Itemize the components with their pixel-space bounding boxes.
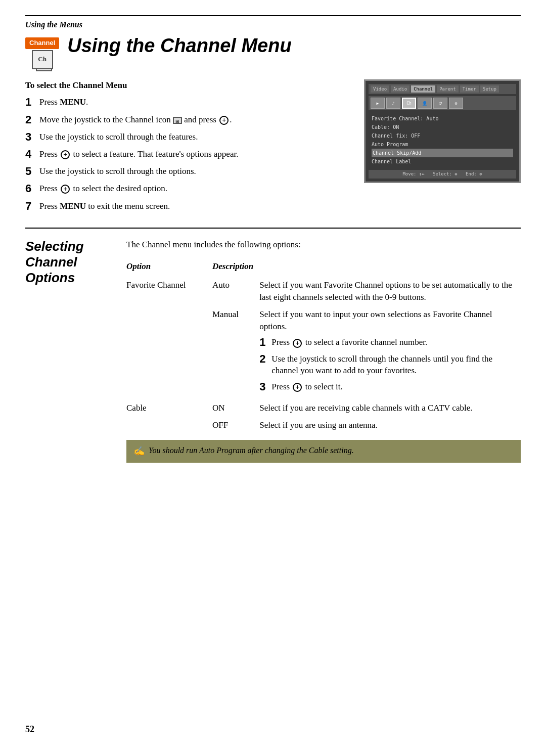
step-5: 5 Use the joystick to scroll through the… <box>25 165 349 177</box>
circle-btn-sub1 <box>293 339 302 348</box>
tv-icon-parent: 👤 <box>418 98 432 109</box>
tv-menu-items: Favorite Channel: Auto Cable: ON Channel… <box>369 112 516 168</box>
step-num-2: 2 <box>25 114 39 126</box>
step-num-6: 6 <box>25 183 39 195</box>
subsection-title: To select the Channel Menu <box>25 79 349 92</box>
step-num-4: 4 <box>25 148 39 160</box>
tv-item-1: Favorite Channel: Auto <box>372 116 438 121</box>
page-title: Using the Channel Menu <box>67 35 291 57</box>
desc-cable-off: Select if you are using an antenna. <box>259 417 521 434</box>
top-rule <box>25 15 521 16</box>
tv-screen-mock: Video Audio Channel Parent Timer Setup ▶… <box>364 79 521 183</box>
tv-icon-timer: ⏱ <box>433 98 447 109</box>
divider-rule <box>25 228 521 229</box>
desc-cable-on: Select if you are receiving cable channe… <box>259 399 521 417</box>
option-empty-1 <box>126 306 212 400</box>
tab-channel: Channel <box>411 85 435 93</box>
section-content: The Channel menu includes the following … <box>126 239 521 463</box>
step-text-7: Press MENU to exit the menu screen. <box>39 200 170 212</box>
options-table: Option Description Favorite Channel Auto… <box>126 258 521 434</box>
instructions-column: To select the Channel Menu 1 Press MENU.… <box>25 79 349 217</box>
step-num-1: 1 <box>25 96 39 108</box>
step-num-7: 7 <box>25 200 39 212</box>
tv-item-3: Channel fix: OFF <box>372 133 420 139</box>
tab-timer: Timer <box>460 85 479 93</box>
sub-step-text-2: Use the joystick to scroll through the c… <box>271 353 515 377</box>
sub-step-num-1: 1 <box>259 336 271 348</box>
sub-step-2: 2 Use the joystick to scroll through the… <box>259 353 515 377</box>
step-text-4: Press to select a feature. That feature'… <box>39 148 238 160</box>
tv-item-5: Channel Skip/Add <box>372 149 513 157</box>
step-list: 1 Press MENU. 2 Move the joystick to the… <box>25 96 349 212</box>
step-text-6: Press to select the desired option. <box>39 183 167 195</box>
suboption-on: ON <box>212 399 259 417</box>
desc-manual: Select if you want to input your own sel… <box>259 306 521 400</box>
option-cable: Cable <box>126 399 212 417</box>
tv-screenshot-column: Video Audio Channel Parent Timer Setup ▶… <box>364 79 521 217</box>
col-header-suboption: Description <box>212 258 259 277</box>
tab-audio: Audio <box>391 85 410 93</box>
sub-step-text-1: Press to select a favorite channel numbe… <box>271 336 427 348</box>
sub-step-num-3: 3 <box>259 381 271 393</box>
col-header-description <box>259 258 521 277</box>
step-3: 3 Use the joystick to scroll through the… <box>25 131 349 143</box>
channel-icon-block: Channel Ch <box>25 37 59 69</box>
table-row-fav-auto: Favorite Channel Auto Select if you want… <box>126 277 521 306</box>
page-number: 52 <box>25 723 34 736</box>
section-sidebar: Selecting Channel Options <box>25 239 111 463</box>
tv-icon-audio: ♪ <box>386 98 400 109</box>
step-1: 1 Press MENU. <box>25 96 349 108</box>
tv-footer: Move: ↕↔ Select: ⊕ End: ⊗ <box>369 170 516 179</box>
note-text: You should run Auto Program after changi… <box>149 445 354 456</box>
tv-icon-channel: Ch <box>402 98 416 109</box>
sub-step-text-3: Press to select it. <box>271 381 343 393</box>
ch-icon: Ch <box>32 50 53 69</box>
section-sidebar-title: Selecting Channel Options <box>25 239 111 286</box>
tab-parent: Parent <box>437 85 459 93</box>
suboption-manual: Manual <box>212 306 259 400</box>
step-6: 6 Press to select the desired option. <box>25 183 349 195</box>
step-num-5: 5 <box>25 165 39 177</box>
section-header: Using the Menus <box>25 19 521 30</box>
desc-fav-auto: Select if you want Favorite Channel opti… <box>259 277 521 306</box>
circle-btn-sub3 <box>293 383 302 392</box>
step-7: 7 Press MENU to exit the menu screen. <box>25 200 349 212</box>
suboption-off: OFF <box>212 417 259 434</box>
selecting-section: Selecting Channel Options The Channel me… <box>25 239 521 463</box>
tab-setup: Setup <box>480 85 499 93</box>
option-fav-channel: Favorite Channel <box>126 277 212 306</box>
intro-text: The Channel menu includes the following … <box>126 239 521 251</box>
channel-icon-inline: ⊞ <box>173 117 182 124</box>
step-num-3: 3 <box>25 131 39 143</box>
step-4: 4 Press to select a feature. That featur… <box>25 148 349 160</box>
step-text-5: Use the joystick to scroll through the o… <box>39 165 196 177</box>
note-box: ✍ You should run Auto Program after chan… <box>126 440 521 463</box>
tv-item-4: Auto Program <box>372 142 408 147</box>
select-btn-6 <box>61 185 70 194</box>
tab-video: Video <box>371 85 389 93</box>
tv-menu-bar: Video Audio Channel Parent Timer Setup <box>369 84 516 95</box>
suboption-auto: Auto <box>212 277 259 306</box>
tv-item-6: Channel Label <box>372 159 411 164</box>
sub-step-num-2: 2 <box>259 353 271 365</box>
table-row-manual: Manual Select if you want to input your … <box>126 306 521 400</box>
table-row-cable-off: OFF Select if you are using an antenna. <box>126 417 521 434</box>
step-2: 2 Move the joystick to the Channel icon … <box>25 114 349 126</box>
tv-item-2: Cable: ON <box>372 124 399 130</box>
sub-step-3: 3 Press to select it. <box>259 381 515 393</box>
tv-icon-video: ▶ <box>371 98 385 109</box>
note-icon: ✍ <box>133 445 145 458</box>
sub-step-1: 1 Press to select a favorite channel num… <box>259 336 515 348</box>
tv-icon-setup: ⚙ <box>449 98 463 109</box>
step-text-1: Press MENU. <box>39 96 88 108</box>
select-button-inline <box>219 116 229 125</box>
main-content-layout: To select the Channel Menu 1 Press MENU.… <box>25 79 521 217</box>
select-btn-4 <box>61 150 70 159</box>
step-text-2: Move the joystick to the Channel icon ⊞ … <box>39 114 232 126</box>
table-row-cable-on: Cable ON Select if you are receiving cab… <box>126 399 521 417</box>
step-text-3: Use the joystick to scroll through the f… <box>39 131 198 143</box>
option-empty-2 <box>126 417 212 434</box>
col-header-option: Option <box>126 258 212 277</box>
channel-badge: Channel <box>25 37 59 49</box>
tv-icons-row: ▶ ♪ Ch 👤 ⏱ ⚙ <box>369 96 516 110</box>
